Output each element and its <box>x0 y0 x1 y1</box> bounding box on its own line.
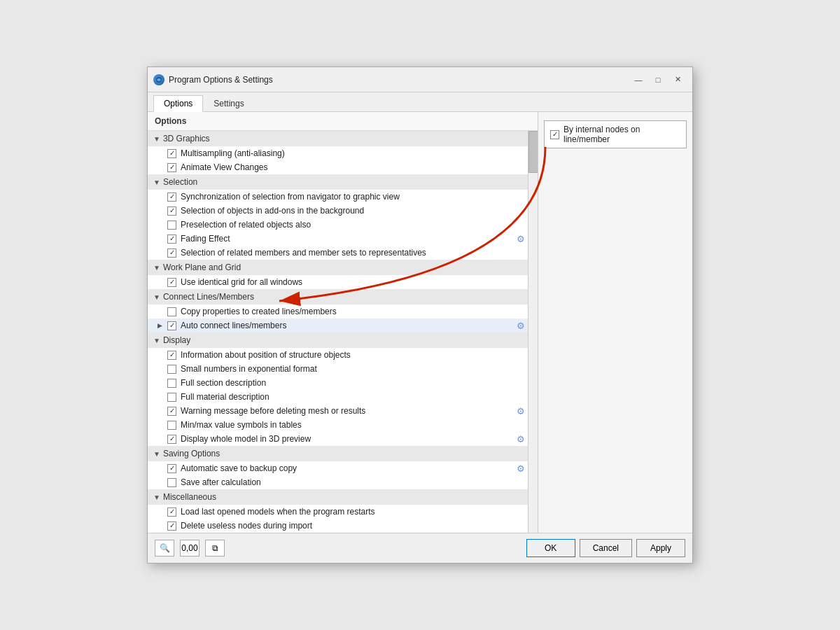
section-label: Miscellaneous <box>163 492 216 502</box>
gear-icon[interactable]: ⚙ <box>517 406 525 416</box>
option-checkbox[interactable] <box>167 307 176 316</box>
option-checkbox[interactable] <box>167 206 176 216</box>
callout-checkbox[interactable] <box>550 130 559 139</box>
collapse-arrow: ▼ <box>153 264 160 272</box>
option-label: Copy properties to created lines/members <box>181 307 337 316</box>
value-label: 0,00 <box>181 543 197 553</box>
section-header-miscellaneous[interactable]: ▼ Miscellaneous <box>148 489 528 505</box>
option-item[interactable]: Warning message before deleting mesh or … <box>148 404 528 418</box>
option-checkbox[interactable] <box>167 321 176 330</box>
tab-settings[interactable]: Settings <box>203 95 254 112</box>
option-item[interactable]: Use identical grid for all windows <box>148 275 528 289</box>
maximize-button[interactable]: □ <box>649 73 667 87</box>
option-checkbox[interactable] <box>167 407 176 416</box>
copy-icon: ⧉ <box>212 543 218 553</box>
section-header-connect-lines[interactable]: ▼ Connect Lines/Members <box>148 289 528 304</box>
option-checkbox[interactable] <box>167 522 176 531</box>
option-item[interactable]: Save after calculation <box>148 475 528 489</box>
section-header-3d-graphics[interactable]: ▼ 3D Graphics <box>148 131 528 146</box>
option-label: Animate View Changes <box>181 162 268 172</box>
cancel-button[interactable]: Cancel <box>580 539 632 557</box>
option-item[interactable]: Full material description <box>148 390 528 404</box>
dialog-title: Program Options & Settings <box>169 75 273 85</box>
option-checkbox[interactable] <box>167 365 176 374</box>
option-checkbox[interactable] <box>167 379 176 388</box>
gear-icon[interactable]: ⚙ <box>517 234 525 244</box>
section-header-saving-options[interactable]: ▼ Saving Options <box>148 446 528 461</box>
option-item[interactable]: Full section description <box>148 376 528 390</box>
callout-box: By internal nodes on line/member <box>544 120 687 148</box>
window-controls: — □ ✕ <box>629 73 687 87</box>
option-checkbox[interactable] <box>167 220 176 230</box>
dialog-buttons: OK Cancel Apply <box>526 539 685 557</box>
option-label: Full material description <box>181 392 270 402</box>
option-checkbox[interactable] <box>167 435 176 444</box>
option-item[interactable]: Delete useless nodes during import <box>148 519 528 533</box>
scrollbar[interactable] <box>528 131 538 533</box>
option-label: Full section description <box>181 378 266 388</box>
minimize-button[interactable]: — <box>629 73 648 87</box>
option-label: Use identical grid for all windows <box>181 277 302 287</box>
option-item[interactable]: Preselection of related objects also <box>148 218 528 232</box>
option-item[interactable]: Multisampling (anti-aliasing) <box>148 146 528 160</box>
option-item[interactable]: Selection of related members and member … <box>148 246 528 260</box>
option-item[interactable]: Fading Effect⚙ <box>148 232 528 246</box>
callout-label: By internal nodes on line/member <box>564 125 680 144</box>
option-item[interactable]: Automatic save to backup copy⚙ <box>148 461 528 475</box>
option-checkbox[interactable] <box>167 478 176 487</box>
collapse-arrow: ▼ <box>153 337 160 344</box>
option-checkbox[interactable] <box>167 278 176 287</box>
option-checkbox[interactable] <box>167 464 176 473</box>
option-item[interactable]: Min/max value symbols in tables <box>148 418 528 432</box>
section-header-display[interactable]: ▼ Display <box>148 332 528 348</box>
scrollbar-thumb[interactable] <box>528 131 538 173</box>
option-label: Synchronization of selection from naviga… <box>181 192 400 202</box>
option-item[interactable]: Synchronization of selection from naviga… <box>148 190 528 204</box>
collapse-arrow: ▼ <box>153 178 160 186</box>
option-label: Selection of related members and member … <box>181 248 426 258</box>
section-label: Saving Options <box>163 449 220 458</box>
section-label: 3D Graphics <box>163 134 210 144</box>
section-header-selection[interactable]: ▼ Selection <box>148 174 528 190</box>
option-label: Automatic save to backup copy <box>181 463 297 473</box>
option-checkbox[interactable] <box>167 393 176 402</box>
option-item[interactable]: Copy properties to created lines/members <box>148 304 528 318</box>
gear-icon[interactable]: ⚙ <box>517 434 525 444</box>
options-panel: Options ▼ 3D GraphicsMultisampling (anti… <box>148 112 538 533</box>
option-label: Preselection of related objects also <box>181 220 311 230</box>
option-label: Auto connect lines/members <box>181 321 286 330</box>
section-label: Selection <box>163 177 197 187</box>
bottom-bar-left: 🔍 0,00 ⧉ <box>155 540 225 556</box>
option-label: Load last opened models when the program… <box>181 507 375 517</box>
main-area: Options ▼ 3D GraphicsMultisampling (anti… <box>148 112 692 533</box>
option-checkbox[interactable] <box>167 248 176 258</box>
apply-button[interactable]: Apply <box>636 539 685 557</box>
options-scroll[interactable]: ▼ 3D GraphicsMultisampling (anti-aliasin… <box>148 131 538 533</box>
search-button[interactable]: 🔍 <box>155 540 174 556</box>
option-checkbox[interactable] <box>167 421 176 430</box>
option-item[interactable]: Selection of objects in add-ons in the b… <box>148 204 528 218</box>
section-header-work-plane-grid[interactable]: ▼ Work Plane and Grid <box>148 260 528 275</box>
option-item[interactable]: Animate View Changes <box>148 160 528 174</box>
collapse-arrow: ▼ <box>153 293 160 301</box>
option-checkbox[interactable] <box>167 192 176 202</box>
ok-button[interactable]: OK <box>526 539 575 557</box>
tab-options[interactable]: Options <box>153 95 203 112</box>
option-label: Warning message before deleting mesh or … <box>181 406 365 416</box>
value-display[interactable]: 0,00 <box>180 540 200 556</box>
option-item[interactable]: Information about position of structure … <box>148 348 528 362</box>
option-checkbox[interactable] <box>167 507 176 517</box>
option-checkbox[interactable] <box>167 351 176 360</box>
option-label: Delete useless nodes during import <box>181 521 312 531</box>
gear-icon[interactable]: ⚙ <box>517 321 525 331</box>
option-item[interactable]: Load last opened models when the program… <box>148 505 528 519</box>
option-checkbox[interactable] <box>167 234 176 244</box>
option-item[interactable]: Display whole model in 3D preview⚙ <box>148 432 528 446</box>
option-item[interactable]: Small numbers in exponential format <box>148 362 528 376</box>
option-item[interactable]: ▶Auto connect lines/members⚙ <box>148 318 528 332</box>
option-checkbox[interactable] <box>167 149 176 158</box>
copy-button[interactable]: ⧉ <box>205 540 225 556</box>
close-button[interactable]: ✕ <box>668 73 687 87</box>
gear-icon[interactable]: ⚙ <box>517 463 525 474</box>
option-checkbox[interactable] <box>167 163 176 172</box>
